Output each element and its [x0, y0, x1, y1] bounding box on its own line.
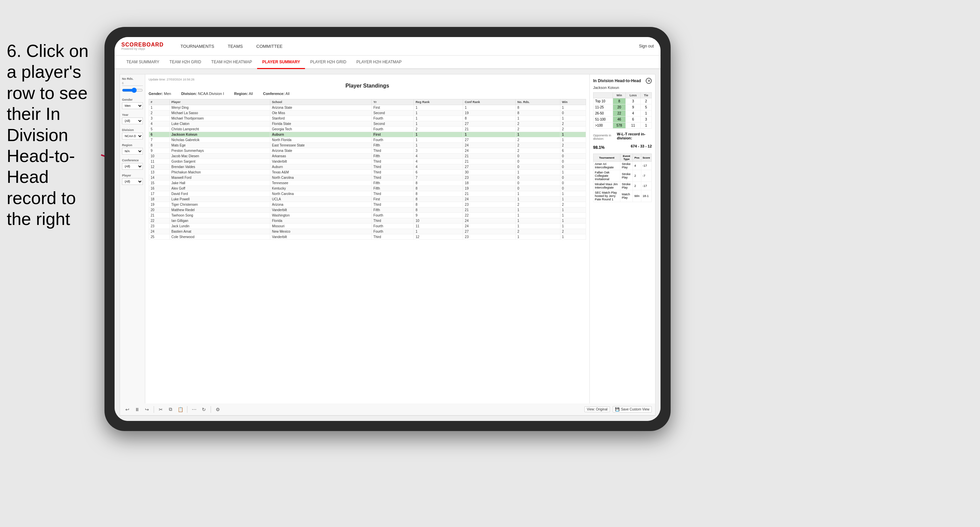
- cell-reg-rank: 1: [414, 116, 463, 121]
- table-row[interactable]: 13 Phichakun Maichon Texas A&M Third 6 3…: [149, 170, 586, 175]
- cell-win: 1: [560, 234, 586, 240]
- table-row[interactable]: 2 Michael La Sasso Ole Miss Second 1 19 …: [149, 110, 586, 116]
- cell-school: Texas A&M: [270, 170, 372, 175]
- view-original-button[interactable]: View: Original: [584, 406, 610, 412]
- table-row[interactable]: 17 David Ford North Carolina Third 8 21 …: [149, 191, 586, 197]
- table-row[interactable]: 16 Alex Goff Kentucky Fifth 8 19 0 0: [149, 186, 586, 191]
- sign-out-link[interactable]: Sign out: [639, 44, 654, 49]
- table-row[interactable]: 19 Tiger Christensen Arizona Third 8 23 …: [149, 202, 586, 208]
- table-row[interactable]: 11 Gordon Sargent Vanderbilt Third 4 21 …: [149, 159, 586, 164]
- cell-win: 1: [560, 224, 586, 229]
- filter-gender-select[interactable]: Men: [122, 102, 143, 109]
- cell-conf-rank: 24: [463, 224, 515, 229]
- table-row[interactable]: 25 Cole Sherwood Vanderbilt Third 12 23 …: [149, 234, 586, 240]
- filter-player-select[interactable]: (All): [122, 178, 143, 185]
- cell-num: 13: [149, 170, 170, 175]
- table-row[interactable]: 1 Wenyi Ding Arizona State First 1 1 8 1: [149, 105, 586, 110]
- cell-no-rds: 0: [515, 181, 560, 186]
- dashboard-body: No Rds. 6 Gender Men Year: [120, 75, 655, 403]
- cell-reg-rank: 1: [414, 110, 463, 116]
- nav-teams[interactable]: TEAMS: [221, 37, 250, 56]
- table-row[interactable]: 12 Brendan Valdes Auburn Third 4 27 0 0: [149, 164, 586, 170]
- table-row[interactable]: 6 Jackson Koivun Auburn First 1 1 1 1: [149, 132, 586, 137]
- cell-num: 23: [149, 224, 170, 229]
- table-row[interactable]: 23 Jack Lundin Missouri Fourth 11 24 1 1: [149, 224, 586, 229]
- cell-yr: Fourth: [372, 116, 414, 121]
- cut-button[interactable]: ✂: [157, 405, 165, 414]
- cell-conf-rank: 21: [463, 159, 515, 164]
- table-row[interactable]: 10 Jacob Mac Diesen Arkansas Fifth 4 21 …: [149, 154, 586, 159]
- table-row[interactable]: 7 Nicholas Gabrelcik North Florida Fourt…: [149, 137, 586, 143]
- filter-region: Region N/A: [122, 143, 143, 155]
- table-row[interactable]: 4 Luke Claton Florida State Second 1 27 …: [149, 121, 586, 127]
- h2h-player-name: Jackson Koivun: [593, 86, 652, 90]
- table-row[interactable]: 20 Matthew Riedel Vanderbilt Fifth 8 21 …: [149, 208, 586, 213]
- cell-no-rds: 1: [515, 218, 560, 224]
- filter-year-select[interactable]: (All): [122, 117, 143, 124]
- sep1: [154, 406, 154, 413]
- cell-reg-rank: 1: [414, 132, 463, 137]
- tab-player-h2h-grid[interactable]: PLAYER H2H GRID: [305, 56, 351, 69]
- h2h-rank: 26-50: [593, 110, 613, 116]
- table-row[interactable]: 14 Maxwell Ford North Carolina Third 7 2…: [149, 175, 586, 181]
- filter-display-row: Gender: Men Division: NCAA Division I Re…: [149, 92, 586, 96]
- tab-team-h2h-grid[interactable]: TEAM H2H GRID: [164, 56, 206, 69]
- table-row[interactable]: 15 Jake Hall Tennessee Fifth 8 18 0 0: [149, 181, 586, 186]
- filter-no-rds-slider[interactable]: [122, 87, 143, 93]
- cell-player: Nicholas Gabrelcik: [170, 137, 270, 143]
- h2h-loss: 11: [626, 122, 641, 129]
- settings-button[interactable]: ⚙: [214, 405, 222, 414]
- table-row[interactable]: 9 Preston Summerhays Arizona State Third…: [149, 148, 586, 154]
- table-row[interactable]: 8 Mats Ege East Tennessee State Fifth 1 …: [149, 143, 586, 148]
- cell-reg-rank: 11: [414, 224, 463, 229]
- cell-school: UCLA: [270, 197, 372, 202]
- redo-button[interactable]: ↪: [143, 405, 151, 414]
- cell-no-rds: 0: [515, 186, 560, 191]
- t-type: Match Play: [620, 190, 633, 202]
- filter-division-select[interactable]: NCAA Division I: [122, 133, 143, 140]
- h2h-rank: >100: [593, 122, 613, 129]
- table-row[interactable]: 21 Taehoon Song Washington Fourth 9 22 1…: [149, 213, 586, 218]
- h2h-close-button[interactable]: ✕: [646, 78, 652, 84]
- cell-num: 8: [149, 143, 170, 148]
- copy-button[interactable]: ⧉: [167, 405, 175, 414]
- cell-yr: Fourth: [372, 127, 414, 132]
- cell-no-rds: 8: [515, 105, 560, 110]
- cell-player: Alex Goff: [170, 186, 270, 191]
- table-row[interactable]: 22 Ian Gilligan Florida Third 10 24 1 1: [149, 218, 586, 224]
- cell-school: Florida: [270, 218, 372, 224]
- save-custom-button[interactable]: 💾 Save Custom View: [612, 406, 652, 413]
- nav-tournaments[interactable]: TOURNAMENTS: [174, 37, 221, 56]
- save-icon: 💾: [615, 407, 620, 411]
- table-row[interactable]: 3 Michael Thorbjornsen Stanford Fourth 1…: [149, 116, 586, 121]
- cell-yr: Second: [372, 110, 414, 116]
- gender-display: Gender: Men: [149, 92, 171, 96]
- table-row[interactable]: 5 Christo Lamprecht Georgia Tech Fourth …: [149, 127, 586, 132]
- h2h-win: 22: [613, 110, 626, 116]
- table-row[interactable]: 24 Bastien Amat New Mexico Fourth 1 27 2…: [149, 229, 586, 234]
- filter-conference-select[interactable]: (All): [122, 163, 143, 170]
- undo-button[interactable]: ↩: [123, 405, 131, 414]
- table-row[interactable]: 18 Luke Powell UCLA First 8 24 1 1: [149, 197, 586, 202]
- tab-player-summary[interactable]: PLAYER SUMMARY: [257, 56, 305, 69]
- t-col-tournament: Tournament: [593, 154, 620, 162]
- cell-win: 1: [560, 208, 586, 213]
- tab-team-summary[interactable]: TEAM SUMMARY: [121, 56, 164, 69]
- more-button[interactable]: ⋯: [190, 405, 198, 414]
- cell-conf-rank: 8: [463, 116, 515, 121]
- tab-player-h2h-heatmap[interactable]: PLAYER H2H HEATMAP: [352, 56, 407, 69]
- cell-player: Luke Powell: [170, 197, 270, 202]
- cell-num: 16: [149, 186, 170, 191]
- nav-committee[interactable]: COMMITTEE: [250, 37, 290, 56]
- cell-win: 0: [560, 154, 586, 159]
- paste-button[interactable]: 📋: [176, 405, 185, 414]
- tab-team-h2h-heatmap[interactable]: TEAM H2H HEATMAP: [206, 56, 257, 69]
- cell-player: Matthew Riedel: [170, 208, 270, 213]
- pause-button[interactable]: ⏸: [133, 405, 141, 414]
- filter-no-rds: No Rds. 6: [122, 77, 143, 94]
- cell-num: 15: [149, 181, 170, 186]
- refresh-button[interactable]: ↻: [200, 405, 208, 414]
- h2h-rank: 51-100: [593, 116, 613, 122]
- cell-yr: Third: [372, 234, 414, 240]
- filter-region-select[interactable]: N/A: [122, 148, 143, 155]
